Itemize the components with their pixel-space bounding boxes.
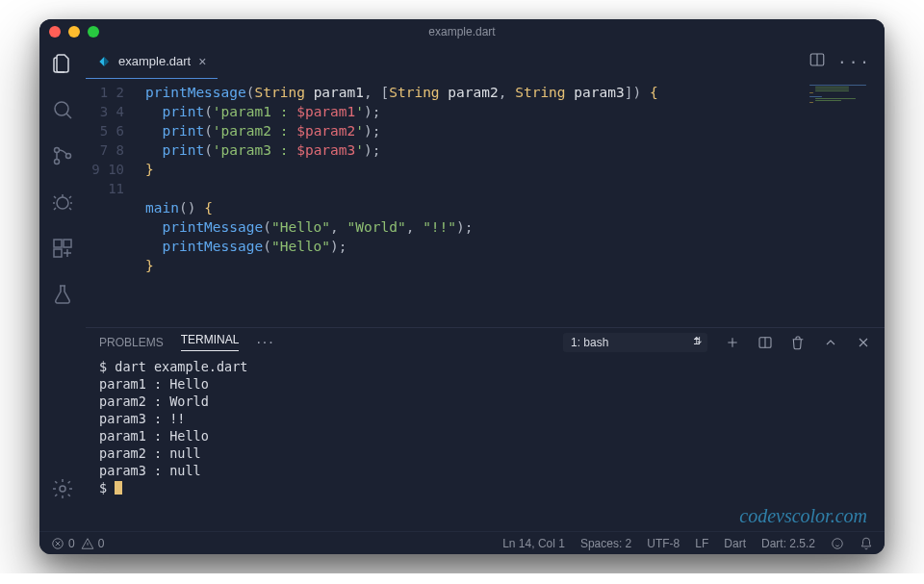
panel-tab-terminal[interactable]: TERMINAL — [181, 333, 240, 351]
svg-point-12 — [833, 538, 843, 548]
svg-point-2 — [55, 160, 60, 165]
maximize-panel-icon[interactable] — [823, 335, 838, 350]
editor-tab-bar: example.dart × ··· — [86, 44, 885, 79]
close-panel-icon[interactable] — [856, 335, 871, 350]
terminal-selector[interactable]: 1: bash⇅ — [563, 333, 707, 352]
code-content[interactable]: printMessage(String param1, [String para… — [138, 79, 809, 327]
svg-point-3 — [66, 154, 71, 159]
search-icon[interactable] — [51, 98, 74, 125]
svg-point-1 — [55, 148, 60, 153]
tab-example-dart[interactable]: example.dart × — [86, 44, 218, 79]
new-terminal-icon[interactable] — [725, 335, 740, 350]
status-warnings[interactable]: 0 — [81, 537, 105, 550]
status-eol[interactable]: LF — [695, 537, 708, 550]
debug-icon[interactable] — [51, 190, 74, 217]
code-editor[interactable]: 1 2 3 4 5 6 7 8 9 10 11 printMessage(Str… — [86, 79, 885, 327]
status-spaces[interactable]: Spaces: 2 — [580, 537, 631, 550]
tab-close-icon[interactable]: × — [198, 54, 206, 69]
panel-more-icon[interactable]: ··· — [256, 334, 274, 351]
titlebar: example.dart — [39, 19, 885, 44]
source-control-icon[interactable] — [51, 144, 74, 171]
panel-tab-bar: PROBLEMS TERMINAL ··· 1: bash⇅ — [86, 328, 885, 356]
status-feedback-icon[interactable] — [831, 537, 844, 550]
status-errors[interactable]: 0 — [51, 537, 75, 550]
explorer-icon[interactable] — [51, 52, 74, 79]
activity-bar — [39, 44, 86, 531]
vscode-window: example.dart — [39, 19, 885, 554]
terminal-output[interactable]: $ dart example.dart param1 : Hello param… — [86, 356, 885, 531]
status-cursor[interactable]: Ln 14, Col 1 — [502, 537, 565, 550]
window-title: example.dart — [39, 25, 885, 38]
status-sdk[interactable]: Dart: 2.5.2 — [761, 537, 815, 550]
watermark: codevscolor.com — [739, 505, 867, 527]
extensions-icon[interactable] — [51, 237, 74, 264]
kill-terminal-icon[interactable] — [790, 335, 806, 350]
svg-point-8 — [60, 486, 65, 492]
dart-file-icon — [97, 55, 111, 68]
status-language[interactable]: Dart — [724, 537, 746, 550]
terminal-cursor — [115, 481, 122, 495]
split-editor-icon[interactable] — [803, 47, 832, 76]
line-gutter: 1 2 3 4 5 6 7 8 9 10 11 — [86, 79, 138, 327]
editor-more-icon[interactable]: ··· — [832, 49, 877, 75]
svg-rect-7 — [54, 249, 62, 257]
status-encoding[interactable]: UTF-8 — [647, 537, 680, 550]
svg-point-4 — [57, 197, 68, 209]
status-bell-icon[interactable] — [860, 537, 873, 550]
tab-label: example.dart — [118, 54, 191, 68]
split-terminal-icon[interactable] — [757, 335, 773, 350]
test-icon[interactable] — [51, 283, 74, 310]
svg-rect-5 — [54, 240, 62, 247]
svg-point-0 — [55, 102, 68, 115]
svg-rect-6 — [64, 240, 71, 247]
status-bar: 0 0 Ln 14, Col 1 Spaces: 2 UTF-8 LF Dart… — [39, 531, 885, 554]
settings-gear-icon[interactable] — [51, 477, 74, 504]
panel-tab-problems[interactable]: PROBLEMS — [99, 336, 164, 349]
bottom-panel: PROBLEMS TERMINAL ··· 1: bash⇅ $ dart ex… — [86, 327, 885, 531]
minimap[interactable] — [809, 79, 885, 327]
